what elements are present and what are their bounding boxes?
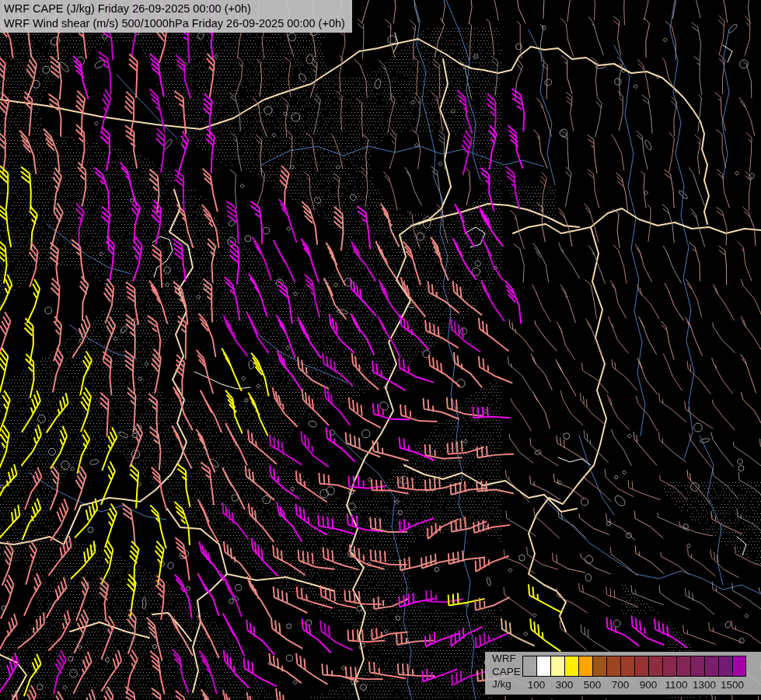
legend-cell xyxy=(648,656,662,677)
legend-cell xyxy=(620,656,634,677)
legend-cell xyxy=(578,656,592,677)
legend-cell xyxy=(522,656,536,677)
legend-cell xyxy=(704,656,718,677)
title-line-cape: WRF CAPE (J/kg) Friday 26-09-2025 00:00 … xyxy=(4,2,345,16)
legend-cell xyxy=(676,656,690,677)
legend-label-model: WRF xyxy=(492,653,521,666)
legend-cell xyxy=(564,656,578,677)
legend-cell xyxy=(634,656,648,677)
legend-label-parameter: CAPE xyxy=(492,666,521,679)
weather-map-page: WRF CAPE (J/kg) Friday 26-09-2025 00:00 … xyxy=(0,0,761,700)
legend-colorbar xyxy=(522,656,746,677)
legend-cell xyxy=(732,656,746,677)
legend-cell xyxy=(606,656,620,677)
legend-cell xyxy=(592,656,606,677)
legend-cell xyxy=(718,656,732,677)
legend-label-column: WRF CAPE J/kg xyxy=(492,653,521,691)
legend-tick-labels: 100300500700900110013001500 xyxy=(522,677,756,691)
wind-shear-cape-map-canvas xyxy=(0,0,761,700)
title-line-wind-shear: WRF Wind shear (m/s) 500/1000hPa Friday … xyxy=(4,16,345,31)
legend-cell xyxy=(662,656,676,677)
map-title-block: WRF CAPE (J/kg) Friday 26-09-2025 00:00 … xyxy=(0,0,352,33)
legend-cell xyxy=(536,656,550,677)
cape-legend: WRF CAPE J/kg 10030050070090011001300150… xyxy=(485,652,761,695)
legend-tick-value: 1500 xyxy=(715,679,749,691)
legend-cell xyxy=(690,656,704,677)
legend-label-unit: J/kg xyxy=(492,678,521,691)
legend-cell xyxy=(550,656,564,677)
